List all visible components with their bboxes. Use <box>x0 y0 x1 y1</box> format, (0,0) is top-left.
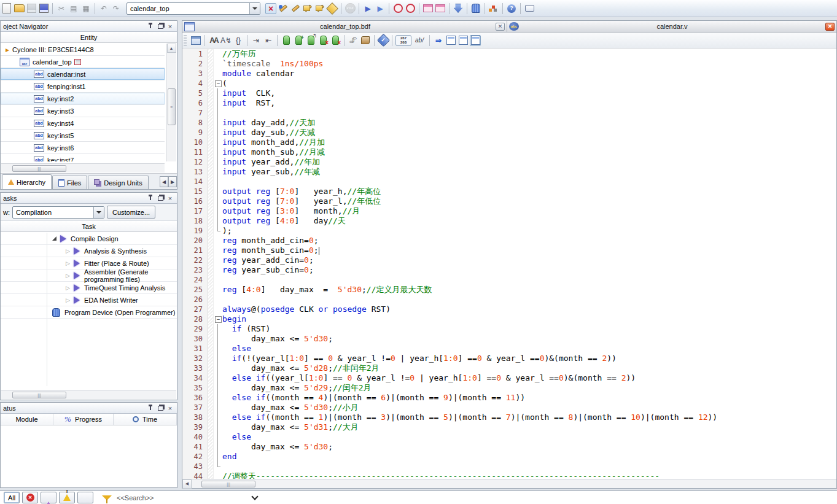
bookmark-margin[interactable] <box>208 108 214 118</box>
code-line[interactable]: 16output reg [7:0] year_l,//年低位 <box>182 196 836 206</box>
code-line[interactable]: 28begin <box>182 314 836 324</box>
close-icon[interactable]: × <box>166 404 174 412</box>
code-line[interactable]: 38 else if((month == 1)|(month == 3)|(mo… <box>182 413 836 422</box>
bookmark-margin[interactable] <box>208 69 214 79</box>
scroll-left-icon[interactable]: ◀ <box>182 479 192 489</box>
save-icon[interactable] <box>26 3 37 14</box>
feedback-icon[interactable] <box>524 3 535 14</box>
bookmark-margin[interactable] <box>208 157 214 167</box>
messages-filter-info-button[interactable] <box>77 492 93 503</box>
goto-icon[interactable]: ⇒ <box>433 35 444 46</box>
tree-item-calendar-inst[interactable]: abdcalendar:inst <box>1 68 165 80</box>
customize-button[interactable]: Customize... <box>107 206 155 219</box>
bookmark-margin[interactable] <box>208 363 214 373</box>
editor-hscrollbar[interactable]: ◀ ||| <box>182 479 836 488</box>
bookmark-margin[interactable] <box>208 354 214 363</box>
window-calendar-top-bdf[interactable]: calendar_top.bdf ✕ <box>182 21 507 33</box>
bookmark-margin[interactable] <box>208 196 214 206</box>
scrollbar-thumb[interactable]: ||| <box>12 392 66 398</box>
pin-icon[interactable] <box>146 22 155 30</box>
bookmark-margin[interactable] <box>208 226 214 236</box>
combobox-dropdown-button[interactable] <box>249 3 260 14</box>
time-column-header[interactable]: Time <box>114 414 177 425</box>
find-icon[interactable]: AA <box>208 35 219 46</box>
expander-collapsed-icon[interactable]: ▷ <box>66 297 70 303</box>
messages-search-box[interactable]: <<Search>> <box>117 492 301 504</box>
bookmark-margin[interactable] <box>208 452 214 462</box>
float-window-icon[interactable] <box>156 194 165 202</box>
chevron-down-icon[interactable] <box>251 493 258 500</box>
expander-collapsed-icon[interactable]: ▷ <box>66 285 70 291</box>
messages-filter-all-button[interactable]: All <box>4 492 20 503</box>
window-calendar-v[interactable]: abc calendar.v ✕ <box>507 21 836 33</box>
bookmark-margin[interactable] <box>208 128 214 138</box>
task-column-header[interactable]: Task <box>1 221 177 232</box>
panel-divider[interactable] <box>177 20 182 490</box>
outdent-icon[interactable]: ⇤ <box>263 35 274 46</box>
toolbar-grip[interactable] <box>184 35 187 46</box>
tree-item-fenping-inst1[interactable]: abdfenping:inst1 <box>1 80 165 93</box>
code-line[interactable]: 40 else <box>182 432 836 442</box>
code-line[interactable]: 1//万年历 <box>182 49 836 59</box>
pencil3-icon[interactable] <box>302 3 313 14</box>
programmer-icon[interactable] <box>453 3 464 14</box>
find-replace-icon[interactable]: A↯ <box>220 35 232 46</box>
close-icon[interactable]: ✕ <box>496 23 505 31</box>
bookmark-margin[interactable] <box>208 324 214 334</box>
messages-filter-critical-button[interactable] <box>41 492 56 503</box>
scroll-left-icon[interactable]: ◀ <box>160 176 168 187</box>
bookmark-margin[interactable] <box>208 344 214 354</box>
doc-settings-icon[interactable] <box>190 35 201 46</box>
expander-collapsed-icon[interactable]: ▷ <box>66 248 70 254</box>
match-delimiter-icon[interactable]: {} <box>233 35 244 46</box>
code-line[interactable]: 24 <box>182 275 836 285</box>
code-line[interactable]: 34 else if((year_l[1:0] == 0 & year_l !=… <box>182 373 836 383</box>
code-line[interactable]: 13input year_sub,//年减 <box>182 167 836 177</box>
entity-column-header[interactable]: Entity <box>1 32 177 43</box>
progress-column-header[interactable]: % Progress <box>53 414 114 425</box>
code-line[interactable]: 43 <box>182 462 836 471</box>
syntax-icon[interactable] <box>378 35 389 46</box>
task-item-compile-design[interactable]: Compile Design <box>1 233 177 245</box>
module-column-header[interactable]: Module <box>1 414 53 425</box>
scroll-right-icon[interactable]: ▶ <box>168 176 177 187</box>
bookmark-margin[interactable] <box>208 285 214 295</box>
copy-icon[interactable]: ▤ <box>68 3 79 14</box>
code-line[interactable]: 23reg year_sub_cin=0; <box>182 265 836 275</box>
code-line[interactable]: 20reg month_add_cin=0; <box>182 236 836 246</box>
expander-collapsed-icon[interactable]: ▷ <box>66 260 70 266</box>
code-line[interactable]: 2`timescale 1ns/100ps <box>182 59 836 69</box>
bookmark-margin[interactable] <box>208 432 214 442</box>
pencil1-icon[interactable] <box>278 3 289 14</box>
code-line[interactable]: 42end <box>182 452 836 462</box>
close-icon[interactable]: × <box>166 194 174 202</box>
save-all-icon[interactable] <box>38 3 49 14</box>
code-line[interactable]: 26 <box>182 295 836 304</box>
code-line[interactable]: 30 day_max <= 5'd30; <box>182 334 836 344</box>
bookmark-margin[interactable] <box>208 255 214 265</box>
flow-combobox[interactable]: Compilation <box>12 206 104 219</box>
code-line[interactable]: 4( <box>182 79 836 88</box>
code-line[interactable]: 25reg [4:0] day_max = 5'd30;//定义月最大天数 <box>182 285 836 295</box>
code-line[interactable]: 22reg year_add_cin=0; <box>182 255 836 265</box>
scroll-up-icon[interactable]: ▲ <box>167 44 176 53</box>
bookmark-margin[interactable] <box>208 403 214 413</box>
rapid-recompile-icon[interactable]: ▶ <box>375 3 386 14</box>
indent-icon[interactable]: ⇥ <box>251 35 262 46</box>
bookmark-margin[interactable] <box>208 98 214 108</box>
scroll-icon[interactable] <box>360 35 371 46</box>
scrollbar-thumb[interactable]: ≡ <box>168 88 176 125</box>
help-icon[interactable] <box>506 3 517 14</box>
messages-filter-warnings-button[interactable] <box>59 492 75 503</box>
bookmark-margin[interactable] <box>208 334 214 344</box>
bookmark-icon[interactable] <box>281 35 292 46</box>
bookmark-margin[interactable] <box>208 265 214 275</box>
pencil2-icon[interactable] <box>290 3 301 14</box>
close-icon[interactable]: × <box>166 22 174 30</box>
stop-icon[interactable] <box>345 3 356 14</box>
hand-icon[interactable] <box>470 3 481 14</box>
code-line[interactable]: 36 else if((month == 4)|(month == 6)|(mo… <box>182 393 836 403</box>
bookmark-margin[interactable] <box>208 304 214 314</box>
bookmark-margin[interactable] <box>208 236 214 246</box>
tasks-hscrollbar[interactable]: ||| <box>1 390 176 399</box>
